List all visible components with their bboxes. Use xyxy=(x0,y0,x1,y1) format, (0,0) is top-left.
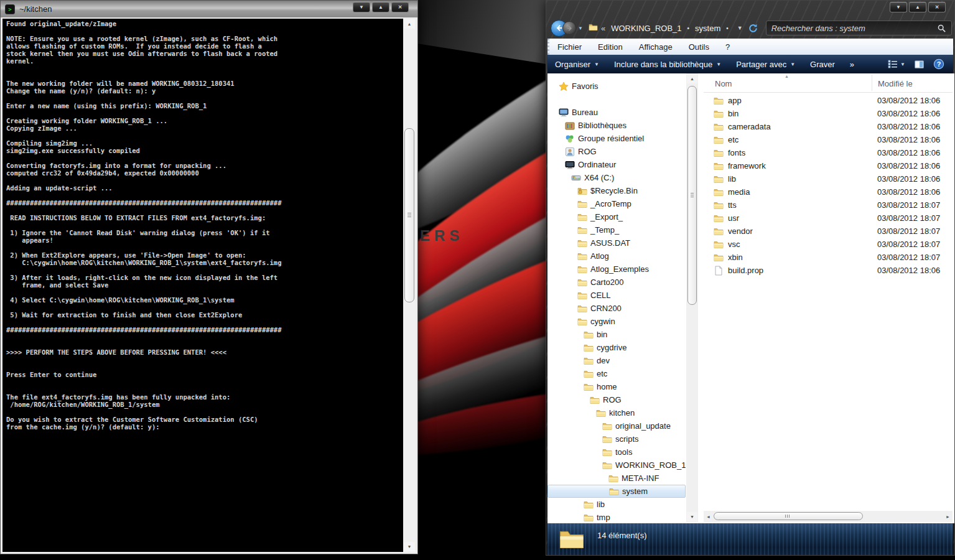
explorer-maximize-button[interactable]: ▲ xyxy=(909,2,926,12)
file-row-fonts[interactable]: fonts03/08/2012 18:06 xyxy=(704,146,953,159)
terminal-scrollbar[interactable]: ▲ ▼ xyxy=(403,19,416,552)
tree-scrollbar-thumb[interactable] xyxy=(687,86,697,305)
horizontal-scrollbar-thumb[interactable] xyxy=(714,512,863,520)
file-modified-date: 03/08/2012 18:06 xyxy=(877,96,940,105)
tree-item-bureau[interactable]: Bureau xyxy=(547,106,686,119)
tree-item-cell[interactable]: CELL xyxy=(547,289,686,302)
folder-icon xyxy=(714,135,724,145)
folder-icon xyxy=(714,187,724,197)
explorer-minimize-button[interactable]: ▼ xyxy=(890,2,907,12)
breadcrumb-overflow[interactable]: « xyxy=(601,24,605,33)
tree-item-carto200[interactable]: Carto200 xyxy=(547,276,686,289)
toolbar-button-inclure-dans-la-biblioth-que[interactable]: Inclure dans la bibliothèque▼ xyxy=(607,60,729,69)
tree-item-groupe-r-sidentiel[interactable]: Groupe résidentiel xyxy=(547,132,686,145)
forward-button[interactable] xyxy=(562,21,576,35)
horizontal-scrollbar[interactable]: ◄ ► xyxy=(704,511,953,522)
tree-item--temp-[interactable]: _Temp_ xyxy=(547,223,686,236)
tree-item-kitchen[interactable]: kitchen xyxy=(547,406,686,419)
menu-item-affichage[interactable]: Affichage xyxy=(631,42,681,52)
file-row-app[interactable]: app03/08/2012 18:06 xyxy=(704,94,953,107)
refresh-button[interactable] xyxy=(748,23,758,34)
scroll-right-icon[interactable]: ► xyxy=(943,511,953,521)
tree-item-favoris[interactable]: Favoris xyxy=(547,80,686,93)
tree-item-rog[interactable]: ROG xyxy=(547,393,686,406)
terminal-maximize-button[interactable]: ▲ xyxy=(372,2,389,12)
toolbar-button-organiser[interactable]: Organiser▼ xyxy=(547,60,607,69)
menu-item-edition[interactable]: Edition xyxy=(590,42,631,52)
tree-item-atlog-exemples[interactable]: Atlog_Exemples xyxy=(547,263,686,276)
search-input[interactable]: Rechercher dans : system xyxy=(766,21,952,35)
breadcrumb-item-working_rob_1[interactable]: WORKING_ROB_1 xyxy=(611,24,681,33)
file-row-framework[interactable]: framework03/08/2012 18:06 xyxy=(704,159,953,172)
menu-item-outils[interactable]: Outils xyxy=(681,42,717,52)
file-row-etc[interactable]: etc03/08/2012 18:06 xyxy=(704,133,953,146)
folder-icon xyxy=(714,240,724,250)
breadcrumb-separator-icon[interactable]: • xyxy=(687,25,690,32)
help-button[interactable]: ? xyxy=(933,58,944,70)
tree-item-home[interactable]: home xyxy=(547,380,686,393)
tree-item-system[interactable]: system xyxy=(547,485,686,498)
terminal-scrollbar-thumb[interactable] xyxy=(404,128,414,302)
tree-item-tools[interactable]: tools xyxy=(547,446,686,459)
toolbar-button--[interactable]: » xyxy=(842,60,862,69)
file-row-cameradata[interactable]: cameradata03/08/2012 18:06 xyxy=(704,120,953,133)
tree-item-asus-dat[interactable]: ASUS.DAT xyxy=(547,236,686,250)
file-row-tts[interactable]: tts03/08/2012 18:07 xyxy=(704,198,953,212)
file-row-build-prop[interactable]: build.prop03/08/2012 18:06 xyxy=(704,264,953,277)
tree-item--recycle-bin[interactable]: $Recycle.Bin xyxy=(547,184,686,197)
tree-item--acrotemp[interactable]: _AcroTemp xyxy=(547,197,686,210)
tree-item-meta-inf[interactable]: META-INF xyxy=(547,472,686,485)
breadcrumb-item-system[interactable]: system xyxy=(695,24,720,33)
file-modified-date: 03/08/2012 18:06 xyxy=(877,174,940,184)
recent-pages-chevron-icon[interactable]: ▼ xyxy=(578,26,583,31)
menu-item-help[interactable]: ? xyxy=(717,42,738,52)
tree-item-scripts[interactable]: scripts xyxy=(547,432,686,446)
preview-pane-button[interactable] xyxy=(914,59,925,70)
file-row-vsc[interactable]: vsc03/08/2012 18:07 xyxy=(704,238,953,251)
tree-item-etc[interactable]: etc xyxy=(547,367,686,380)
terminal-close-button[interactable]: ✕ xyxy=(391,2,409,12)
scroll-left-icon[interactable]: ◄ xyxy=(704,511,713,521)
breadcrumb-separator-icon[interactable]: • xyxy=(726,25,729,32)
file-modified-date: 03/08/2012 18:06 xyxy=(877,161,940,170)
terminal-client-area[interactable]: Found original_update/zImage NOTE: Ensur… xyxy=(1,17,417,554)
menu-item-fichier[interactable]: Fichier xyxy=(549,42,590,52)
file-row-lib[interactable]: lib03/08/2012 18:06 xyxy=(704,172,953,185)
search-icon[interactable] xyxy=(937,24,946,33)
tree-item-rog[interactable]: ROG xyxy=(547,145,686,158)
tree-item-dev[interactable]: dev xyxy=(547,354,686,367)
toolbar-button-graver[interactable]: Graver xyxy=(803,60,842,69)
tree-item-crn200[interactable]: CRN200 xyxy=(547,302,686,315)
terminal-minimize-button[interactable]: ▼ xyxy=(353,2,370,12)
toolbar-button-partager-avec[interactable]: Partager avec▼ xyxy=(729,60,803,69)
scroll-down-icon[interactable]: ▼ xyxy=(404,542,415,551)
file-row-media[interactable]: media03/08/2012 18:06 xyxy=(704,185,953,198)
tree-item-x64-c-[interactable]: X64 (C:) xyxy=(547,171,686,184)
tree-item-bin[interactable]: bin xyxy=(547,328,686,341)
file-row-xbin[interactable]: xbin03/08/2012 18:07 xyxy=(704,251,953,264)
tree-item-biblioth-ques[interactable]: Bibliothèques xyxy=(547,119,686,132)
address-dropdown-chevron-icon[interactable]: ▼ xyxy=(737,25,743,31)
tree-item-atlog[interactable]: Atlog xyxy=(547,250,686,263)
tree-item-cygdrive[interactable]: cygdrive xyxy=(547,341,686,354)
explorer-close-button[interactable]: ✕ xyxy=(928,2,946,12)
tree-item-tmp[interactable]: tmp xyxy=(547,511,686,523)
tree-item--export-[interactable]: _Export_ xyxy=(547,210,686,223)
tree-item-original-update[interactable]: original_update xyxy=(547,419,686,432)
column-header-modified[interactable]: Modifié le xyxy=(878,79,913,88)
folder-icon xyxy=(577,199,587,209)
scroll-up-icon[interactable]: ▲ xyxy=(404,19,415,29)
column-header-name[interactable]: Nom xyxy=(715,79,732,88)
tree-item-working-rob-1[interactable]: WORKING_ROB_1 xyxy=(547,459,686,472)
scroll-down-icon[interactable]: ▼ xyxy=(687,512,697,521)
scroll-up-icon[interactable]: ▲ xyxy=(687,74,697,83)
file-row-vendor[interactable]: vendor03/08/2012 18:07 xyxy=(704,225,953,238)
tree-item-cygwin[interactable]: cygwin xyxy=(547,315,686,328)
change-view-button[interactable]: ▼ xyxy=(888,59,905,69)
column-divider[interactable] xyxy=(872,75,872,91)
file-row-usr[interactable]: usr03/08/2012 18:07 xyxy=(704,212,953,225)
file-row-bin[interactable]: bin03/08/2012 18:06 xyxy=(704,107,953,120)
tree-item-ordinateur[interactable]: Ordinateur xyxy=(547,158,686,171)
tree-item-lib[interactable]: lib xyxy=(547,498,686,511)
tree-scrollbar[interactable]: ▲ ▼ xyxy=(686,73,698,522)
